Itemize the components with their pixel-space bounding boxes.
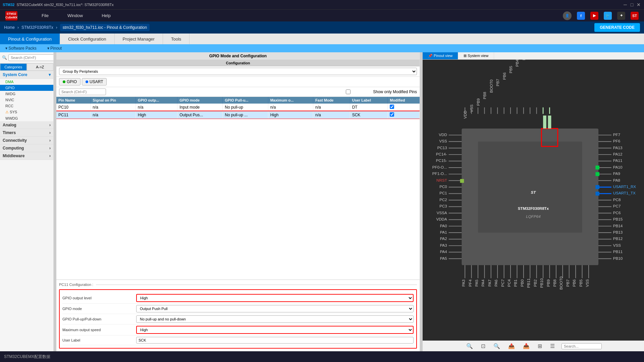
youtube-icon[interactable]: ▶ [590, 12, 598, 20]
resize-handle-right[interactable] [420, 52, 423, 351]
gpio-table-row[interactable]: PC11n/aHighOutput Pus...No pull-up ...Hi… [56, 111, 420, 119]
chip-search-input[interactable] [561, 343, 602, 349]
svg-text:PA10: PA10 [613, 165, 623, 169]
sidebar-search-input[interactable] [8, 54, 54, 61]
filter-usart-tab[interactable]: USART [82, 78, 107, 85]
generate-code-button[interactable]: GENERATE CODE [594, 23, 640, 32]
list-btn[interactable]: ☰ [549, 342, 556, 351]
st-icon[interactable]: ST [631, 12, 639, 20]
close-btn[interactable]: ✕ [636, 2, 641, 7]
svg-text:PA11: PA11 [613, 158, 623, 163]
svg-text:PC15-: PC15- [436, 158, 447, 163]
svg-rect-30 [478, 141, 582, 233]
tab-pinout[interactable]: Pinout & Configuration [0, 34, 60, 44]
layout-btn[interactable]: ⊞ [536, 342, 543, 351]
sidebar-item-wwdg[interactable]: WWDG [0, 115, 53, 121]
modified-checkbox [390, 105, 394, 109]
gpio-table-row[interactable]: PC10n/an/aInput modeNo pull-upn/an/aDT [56, 104, 420, 111]
zoom-out-btn[interactable]: 🔍 [492, 342, 501, 351]
account-icon[interactable]: 👤 [563, 11, 572, 20]
svg-text:PB2: PB2 [533, 280, 537, 287]
sidebar-section-system-core[interactable]: System Core ▾ [0, 71, 53, 79]
tab-project[interactable]: Project Manager [115, 34, 163, 44]
zoom-in-btn[interactable]: 🔍 [465, 342, 474, 351]
show-modified-check[interactable] [325, 89, 372, 94]
sidebar-item-gpio[interactable]: GPIO [0, 85, 53, 91]
sidebar-tab-categories[interactable]: Categories [0, 63, 27, 71]
gpio-cell-3: Input mode [177, 104, 223, 111]
maximize-btn[interactable]: □ [629, 2, 635, 7]
sidebar-item-sys[interactable]: SYS [0, 109, 53, 115]
sidebar-section-computing[interactable]: Computing › [0, 144, 53, 152]
signal-search-bar: Show only Modified Pins [56, 87, 420, 97]
pinout-view-tab[interactable]: 📌 Pinout view [423, 52, 458, 59]
sidebar-section-middleware[interactable]: Middleware › [0, 152, 53, 160]
import-btn[interactable]: 📥 [522, 342, 531, 351]
form-select-1[interactable]: Output Push Pull [136, 305, 414, 312]
svg-text:PA4: PA4 [440, 249, 447, 254]
breadcrumb-home[interactable]: Home [4, 25, 15, 30]
filter-gpio-tab[interactable]: GPIO [59, 78, 80, 85]
svg-text:PA4: PA4 [481, 279, 485, 287]
twitter-icon[interactable]: 🐦 [604, 12, 612, 20]
form-select-2[interactable]: No pull-up and no pull-down [136, 315, 414, 323]
sidebar-tab-bar: Categories A->Z [0, 63, 53, 71]
status-text: STM32CUBEMX配置数据 [4, 354, 50, 360]
svg-text:PC1: PC1 [439, 191, 447, 195]
sidebar-item-iwdg[interactable]: IWDG [0, 91, 53, 97]
svg-text:PB9: PB9 [476, 99, 480, 106]
fit-btn[interactable]: ⊡ [480, 342, 487, 351]
title-text: STM32CubeMX stm32_f030_hx711.ioc*: STM32… [16, 3, 113, 7]
svg-text:PA2: PA2 [440, 236, 447, 241]
show-modified-checkbox[interactable]: Show only Modified Pins [325, 89, 417, 94]
sidebar-item-rcc[interactable]: RCC [0, 103, 53, 109]
form-label-3: Maximum output speed [62, 328, 136, 332]
group-bar: Group By Peripherals [56, 66, 420, 77]
form-select-3[interactable]: High [136, 326, 414, 334]
menu-window[interactable]: Window [65, 12, 86, 19]
breadcrumb-file[interactable]: stm32_f030_hx711.ioc - Pinout & Configur… [60, 24, 150, 31]
svg-text:PC4: PC4 [507, 279, 511, 287]
config-form-row-1: GPIO modeOutput Push Pull [62, 304, 414, 314]
resize-handle-left[interactable] [54, 52, 56, 351]
sidebar: 🔍 ⚙ Categories A->Z System Core ▾ DMA GP… [0, 52, 54, 351]
breadcrumb-sep2: › [56, 25, 57, 30]
sidebar-section-analog[interactable]: Analog › [0, 121, 53, 129]
svg-text:USART1_TX: USART1_TX [613, 191, 636, 195]
menu-help[interactable]: Help [99, 12, 113, 19]
title-bar: STM32 STM32CubeMX stm32_f030_hx711.ioc*:… [0, 0, 644, 9]
form-select-0[interactable]: High [136, 294, 414, 302]
system-view-tab[interactable]: ⊞ System view [458, 52, 494, 59]
facebook-icon[interactable]: f [577, 12, 585, 20]
svg-text:PA12: PA12 [613, 152, 623, 156]
sidebar-section-timers[interactable]: Timers › [0, 129, 53, 137]
sidebar-tab-az[interactable]: A->Z [27, 63, 54, 71]
form-input-4[interactable] [136, 337, 414, 344]
gpio-cell-6: n/a [313, 111, 350, 119]
config-form-row-4: User Label [62, 336, 414, 345]
config-header: Configuration [56, 60, 420, 66]
group-select[interactable]: Group By Peripherals [59, 68, 417, 75]
svg-text:PB14: PB14 [613, 224, 623, 228]
svg-rect-119 [548, 116, 551, 129]
col-maxspeed: Maximum o... [268, 97, 313, 104]
tab-tools[interactable]: Tools [163, 34, 190, 44]
sidebar-item-nvic[interactable]: NVIC [0, 97, 53, 103]
form-label-4: User Label [62, 338, 136, 342]
pinout-btn[interactable]: ▾ Pinout [47, 46, 62, 51]
svg-text:PA8: PA8 [613, 178, 620, 182]
software-packs-btn[interactable]: ▾ Software Packs [5, 46, 37, 51]
svg-text:PB5: PB5 [508, 66, 513, 73]
network-icon[interactable]: ✦ [617, 12, 625, 20]
tab-clock[interactable]: Clock Configuration [60, 34, 114, 44]
sidebar-section-connectivity[interactable]: Connectivity › [0, 137, 53, 144]
menu-file[interactable]: File [39, 12, 51, 19]
breadcrumb-chip[interactable]: STM32F030R8Tx [21, 25, 53, 30]
sidebar-item-dma[interactable]: DMA [0, 79, 53, 85]
gpio-tab-label: GPIO [67, 79, 77, 84]
signal-search-input[interactable] [59, 88, 106, 95]
col-pullup: GPIO Pull-u... [223, 97, 268, 104]
export-btn[interactable]: 📤 [507, 342, 516, 351]
chip-area[interactable]: VDD VSS PB9 PB8 BOOT0 PB7 PB6 PB5 PB4 PB… [423, 60, 644, 341]
minimize-btn[interactable]: ─ [623, 2, 628, 7]
